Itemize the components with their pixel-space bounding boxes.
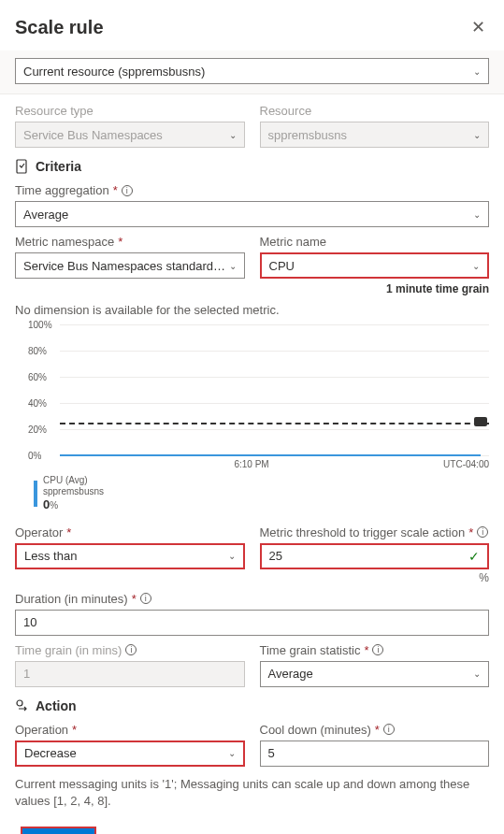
duration-label: Duration (in minutes)* i [15,592,489,606]
chevron-down-icon: ⌄ [473,130,481,140]
cooldown-input[interactable]: 5 [260,741,490,767]
chevron-down-icon: ⌄ [229,130,237,140]
cooldown-label: Cool down (minutes)* i [260,723,490,737]
info-icon[interactable]: i [140,593,151,604]
operation-label: Operation* [15,723,245,737]
dimension-note: No dimension is available for the select… [15,303,489,317]
operator-value: Less than [24,549,77,563]
metric-source-select[interactable]: Current resource (sppremsbusns) ⌄ [15,58,489,84]
time-aggregation-select[interactable]: Average ⌄ [15,201,489,227]
resource-select: sppremsbusns ⌄ [260,122,490,148]
action-heading: Action [36,698,77,713]
add-button[interactable]: Add [21,827,96,834]
info-icon[interactable]: i [125,644,137,655]
chevron-down-icon: ⌄ [473,209,481,220]
chevron-down-icon: ⌄ [228,748,236,758]
metric-chart: 100% 80% 60% 40% 20% 0% [32,324,489,455]
legend-resource: sppremsbusns [43,486,104,497]
time-grain-label: Time grain (in mins) i [15,643,245,657]
chart-ytick: 100% [28,320,52,330]
svg-rect-0 [17,160,26,173]
info-icon[interactable]: i [383,724,395,735]
info-icon[interactable]: i [122,185,133,196]
legend-color-bar [34,481,37,507]
chevron-down-icon: ⌄ [473,66,481,77]
threshold-label: Metric threshold to trigger scale action… [260,525,490,539]
operator-select[interactable]: Less than ⌄ [15,543,245,569]
chart-x-center: 6:10 PM [234,459,268,469]
info-icon[interactable]: i [477,526,488,538]
legend-series-name: CPU (Avg) [43,475,104,486]
chart-x-right: UTC-04:00 [443,459,489,469]
cooldown-value: 5 [268,746,275,760]
threshold-value: 25 [269,549,282,563]
threshold-input[interactable]: 25 ✓ [260,543,490,569]
chart-data-line [60,454,489,456]
criteria-heading: Criteria [36,159,81,174]
chevron-down-icon: ⌄ [473,669,481,679]
resource-value: sppremsbusns [268,128,348,142]
close-icon[interactable]: ✕ [468,13,489,41]
resource-type-label: Resource type [15,104,245,118]
svg-point-1 [17,700,22,706]
metric-name-select[interactable]: CPU ⌄ [260,252,490,279]
time-grain-note: 1 minute time grain [260,282,490,295]
resource-type-select: Service Bus Namespaces ⌄ [15,122,245,148]
operator-label: Operator* [15,525,245,539]
time-aggregation-value: Average [23,208,68,222]
chart-ytick: 40% [28,398,47,409]
info-icon[interactable]: i [372,644,383,655]
footer-note: Current messaging units is '1'; Messagin… [15,776,489,810]
chevron-down-icon: ⌄ [472,261,480,271]
chart-ytick: 0% [28,451,41,461]
time-grain-statistic-select[interactable]: Average ⌄ [260,661,490,687]
resource-type-value: Service Bus Namespaces [23,128,163,142]
operation-select[interactable]: Decrease ⌄ [15,741,245,767]
chart-ytick: 80% [28,346,47,356]
chart-ytick: 60% [28,372,47,382]
chart-marker [474,417,487,426]
time-grain-statistic-label: Time grain statistic* i [260,643,490,657]
metric-name-value: CPU [269,259,295,273]
chevron-down-icon: ⌄ [228,551,236,561]
time-grain-statistic-value: Average [268,667,313,681]
legend-unit: % [50,500,58,510]
chevron-down-icon: ⌄ [229,261,237,271]
time-grain-value: 1 [23,667,30,681]
chart-legend: CPU (Avg) sppremsbusns 0% [34,475,489,512]
metric-namespace-value: Service Bus Namespaces standard me... [23,259,229,273]
metric-name-label: Metric name [260,235,490,249]
chart-ytick: 20% [28,424,47,435]
page-title: Scale rule [15,17,104,38]
criteria-icon [15,159,30,174]
resource-label: Resource [260,104,490,118]
time-grain-input: 1 [15,661,245,687]
metric-namespace-label: Metric namespace* [15,235,245,249]
duration-input[interactable]: 10 [15,610,489,636]
chart-threshold-line [60,423,489,424]
action-icon [15,698,30,713]
time-aggregation-label: Time aggregation* i [15,183,489,197]
metric-source-value: Current resource (sppremsbusns) [23,65,205,79]
threshold-unit: % [260,571,490,584]
check-icon: ✓ [468,549,480,564]
operation-value: Decrease [24,746,77,760]
metric-namespace-select[interactable]: Service Bus Namespaces standard me... ⌄ [15,252,245,279]
duration-value: 10 [23,615,36,629]
